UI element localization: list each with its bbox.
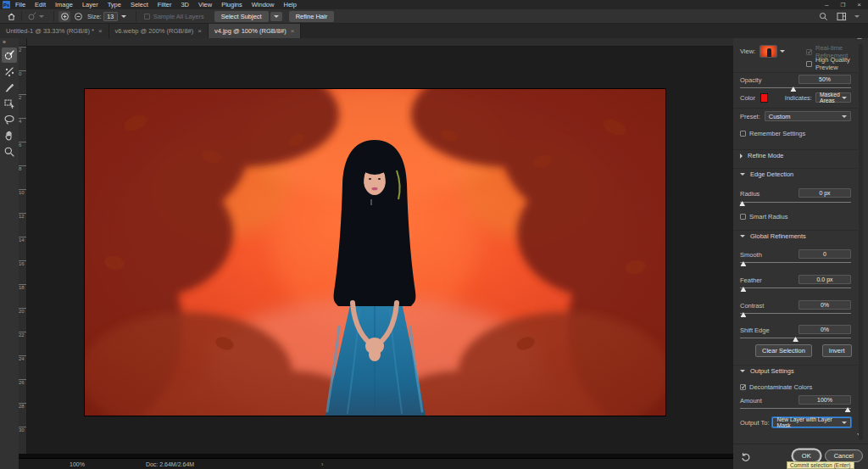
overlay-color-swatch[interactable] [760,93,768,103]
invert-button[interactable]: Invert [822,344,852,357]
tab-label: v4.jpg @ 100% (RGB/8#) [214,27,287,35]
add-to-selection-icon[interactable] [58,11,70,22]
close-icon[interactable]: × [198,27,202,35]
ok-button[interactable]: OK [793,449,821,462]
subtract-from-selection-icon[interactable] [72,11,84,22]
amount-label: Amount [740,397,762,405]
document-tab-webp[interactable]: v6.webp @ 200% (RGB/8#) × [109,24,209,38]
refine-hair-button[interactable]: Refine Hair [289,11,335,22]
view-mode-thumbnail[interactable] [760,45,777,58]
menu-item[interactable]: Window [252,1,275,8]
indicates-dropdown[interactable]: Masked Areas [815,92,851,103]
ruler-tick: 12 [19,213,27,237]
lasso-tool[interactable] [2,112,17,127]
shift-edge-input[interactable]: 0% [798,325,851,334]
remember-settings-checkbox[interactable] [740,131,746,137]
chevron-down-icon[interactable] [780,50,785,53]
color-row: Color Indicates: Masked Areas [740,92,851,103]
decontaminate-colors-checkbox[interactable] [740,384,746,390]
output-settings-section-header[interactable]: Output Settings [733,365,858,377]
clear-selection-button[interactable]: Clear Selection [755,344,812,357]
feather-slider[interactable] [740,285,851,291]
edge-detection-section-header[interactable]: Edge Detection [733,168,858,180]
smooth-input[interactable]: 0 [798,249,851,259]
contrast-row: Contrast 0% [740,300,851,310]
zoom-tool[interactable] [2,144,17,159]
ruler-tick: 30 [19,427,27,450]
tab-label: Untitled-1 @ 33.33% (RGB/8) * [6,27,94,35]
radius-input[interactable]: 0 px [798,188,851,198]
output-to-dropdown[interactable]: New Layer with Layer Mask [772,417,851,427]
zoom-level-field[interactable]: 100% [70,461,85,467]
sample-all-layers-checkbox[interactable] [144,14,150,20]
menu-item[interactable]: Filter [158,1,172,8]
ruler-tick: 4 [27,46,51,47]
chevron-down-icon[interactable] [854,15,860,18]
smart-radius-checkbox[interactable] [740,214,746,220]
document-size-readout: Doc: 2.64M/2.64M [146,461,194,467]
contrast-input[interactable]: 0% [798,300,851,310]
contrast-slider[interactable] [740,310,851,316]
output-settings-label: Output Settings [750,367,794,375]
ruler-tick: 20 [19,308,27,332]
realtime-refinement-checkbox[interactable] [806,49,812,55]
home-icon[interactable] [5,11,17,22]
menu-item[interactable]: File [15,1,25,8]
amount-slider[interactable] [740,405,851,411]
close-icon[interactable]: × [291,27,295,35]
object-selection-tool[interactable] [2,96,17,111]
refine-mode-section-header[interactable]: Refine Mode [733,149,858,161]
smooth-slider[interactable] [740,260,851,265]
search-icon[interactable] [817,11,829,22]
menu-item[interactable]: Layer [82,1,98,8]
collapse-panel-icon[interactable]: » [0,38,19,47]
document-tab-untitled[interactable]: Untitled-1 @ 33.33% (RGB/8) * × [0,24,109,38]
high-quality-preview-checkbox[interactable] [806,61,812,67]
select-subject-dropdown[interactable] [270,12,282,21]
feather-input[interactable]: 0.0 px [798,275,851,284]
document-tab-v4jpg-active[interactable]: v4.jpg @ 100% (RGB/8#) × [209,24,301,38]
menu-item[interactable]: Plugins [221,1,242,8]
workspace-switcher-icon[interactable] [836,11,848,22]
menu-item[interactable]: Help [283,1,296,8]
status-options-chevron-icon[interactable]: › [321,461,323,467]
chevron-down-icon[interactable] [121,15,126,18]
minimize-icon[interactable]: – [825,1,828,9]
restore-icon[interactable]: ❐ [841,1,846,9]
document-image-masked-preview[interactable] [85,89,665,416]
menu-item[interactable]: 3D [181,1,189,8]
radius-slider[interactable] [740,199,851,205]
brush-tool[interactable] [2,80,17,95]
ruler-tick: 24 [19,355,27,379]
chevron-down-icon[interactable] [39,15,44,18]
menu-item[interactable]: Image [55,1,73,8]
menu-item[interactable]: Edit [35,1,46,8]
menu-item[interactable]: View [198,1,212,8]
panel-scrollbar[interactable] [859,44,863,440]
high-quality-preview-row: High Quality Preview [806,59,851,69]
close-icon[interactable]: × [98,27,103,35]
hand-tool[interactable] [2,128,17,143]
preset-dropdown[interactable]: Custom [765,111,851,121]
menu-item[interactable]: Type [108,1,121,8]
select-subject-button[interactable]: Select Subject [214,11,269,22]
shift-edge-slider[interactable] [740,335,851,341]
chevron-down-icon [740,173,745,176]
opacity-slider[interactable] [740,85,851,91]
opacity-label: Opacity [740,76,761,84]
amount-input[interactable]: 100% [798,395,851,405]
canvas-area[interactable]: 4202468101214161820222426283032343638404… [19,38,733,458]
close-icon[interactable]: × [857,1,861,9]
refine-edge-brush-tool[interactable] [2,64,17,79]
cancel-button[interactable]: Cancel [825,449,863,462]
refine-mode-label: Refine Mode [748,152,784,159]
ruler-tick: 32 [454,46,478,47]
reset-workspace-icon[interactable] [740,451,750,463]
brush-preset-icon[interactable] [26,11,38,22]
brush-size-input[interactable]: 13 [103,12,118,21]
opacity-input[interactable]: 50% [798,75,851,84]
global-refinements-section-header[interactable]: Global Refinements [733,230,858,242]
quick-selection-tool[interactable] [2,47,17,63]
ruler-left: 2024681012141618202224262830 [19,47,27,458]
menu-item[interactable]: Select [131,1,148,8]
